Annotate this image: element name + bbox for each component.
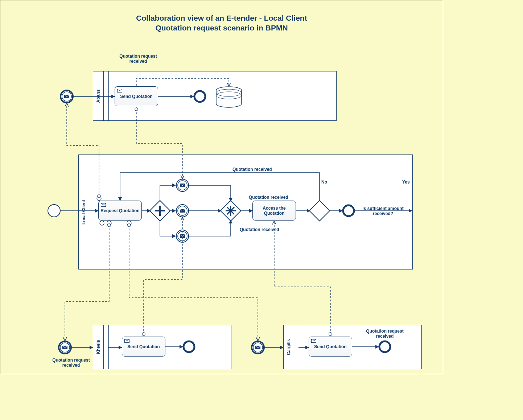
label-quotation-received-top: Quotation received: [232, 167, 272, 172]
diagram-title: Collaboration view of an E-tender - Loca…: [0, 13, 443, 33]
task-label: Send Quotation: [314, 344, 346, 349]
envelope-icon: [101, 203, 106, 207]
pool-header-abans: Abans: [93, 71, 104, 120]
task-abans-send-quotation[interactable]: Send Quotation: [115, 86, 158, 106]
label-quotation-received-mid: Quotation received: [249, 195, 288, 200]
task-label: Request Quotation: [100, 208, 139, 213]
lane-divider-local-client: [89, 155, 94, 269]
task-access-quotation[interactable]: Access the Quotation: [252, 201, 296, 221]
svg-point-10: [60, 343, 70, 352]
label-edge-yes: Yes: [402, 180, 410, 185]
svg-rect-14: [255, 346, 260, 349]
label-gateway-question: Is sufficient amount received?: [356, 206, 410, 217]
diagram-canvas: Collaboration view of an E-tender - Loca…: [0, 0, 443, 374]
label-abans-event: Quotation request received: [115, 54, 162, 64]
title-line-1: Collaboration view of an E-tender - Loca…: [136, 14, 307, 22]
message-start-event-abans[interactable]: [61, 90, 73, 103]
task-request-quotation[interactable]: Request Quotation: [98, 201, 142, 221]
svg-point-5: [48, 205, 60, 217]
label-quotation-received-bot: Quotation received: [240, 227, 279, 232]
start-event-local-client[interactable]: [48, 205, 60, 217]
lane-divider-kheels: [103, 325, 109, 369]
svg-rect-11: [62, 346, 67, 349]
pool-header-kheels: Kheels: [93, 325, 104, 369]
task-label: Send Quotation: [127, 344, 160, 349]
lane-divider-abans: [103, 71, 109, 120]
svg-point-12: [252, 341, 264, 354]
svg-point-7: [62, 92, 71, 101]
task-cargills-send-quotation[interactable]: Send Quotation: [309, 337, 352, 357]
task-kheels-send-quotation[interactable]: Send Quotation: [122, 337, 165, 357]
svg-point-6: [61, 90, 73, 103]
title-line-2: Quotation request scenario in BPMN: [155, 24, 288, 32]
pool-header-cargills: Cargills: [284, 325, 294, 369]
label-cargills-event: Quotation request received: [361, 329, 408, 339]
svg-point-13: [253, 343, 263, 352]
envelope-icon: [124, 339, 129, 343]
envelope-icon: [311, 339, 316, 343]
envelope-icon: [117, 89, 122, 92]
label-kheels-event: Quotation request received: [48, 358, 95, 368]
svg-rect-8: [64, 95, 69, 98]
task-label: Access the Quotation: [254, 206, 294, 216]
message-start-event-kheels[interactable]: [59, 341, 71, 354]
label-edge-no: No: [321, 180, 327, 185]
lane-divider-cargills: [294, 325, 299, 369]
pool-header-local-client: Local Client: [79, 155, 89, 269]
svg-point-9: [59, 341, 71, 354]
message-start-event-cargills[interactable]: [252, 341, 264, 354]
task-label: Send Quotation: [120, 94, 152, 99]
